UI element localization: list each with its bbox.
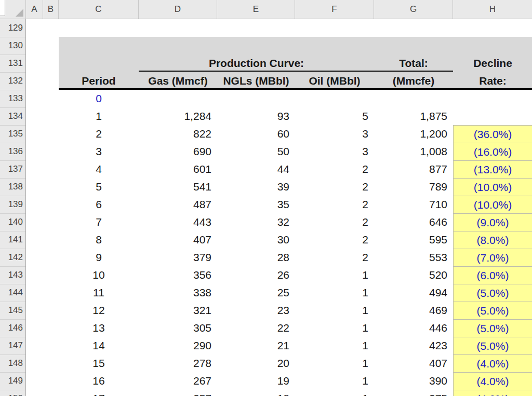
cell-decline-142[interactable]: (7.0%): [453, 249, 532, 266]
cell-total-143[interactable]: 520: [374, 266, 453, 284]
row-header-130[interactable]: 130: [0, 37, 25, 55]
cell-oil-149[interactable]: 1: [295, 372, 374, 390]
row-header-132[interactable]: 132: [0, 72, 25, 90]
cell-oil-137[interactable]: 2: [295, 160, 374, 178]
cell-ngls-135[interactable]: 60: [217, 125, 295, 143]
cell-period-143[interactable]: 10: [59, 266, 139, 284]
cell-decline-135[interactable]: (36.0%): [453, 125, 532, 143]
cell-gas-140[interactable]: 443: [139, 213, 217, 231]
cell-oil-144[interactable]: 1: [295, 284, 374, 302]
cell-decline-136[interactable]: (16.0%): [453, 143, 532, 160]
column-header-A[interactable]: A: [26, 0, 43, 19]
cell-decline-141[interactable]: (8.0%): [453, 231, 532, 249]
cell-period-150[interactable]: 17: [59, 390, 139, 396]
row-header-145[interactable]: 145: [0, 302, 25, 320]
header-period[interactable]: Period: [59, 72, 139, 90]
cell-period-135[interactable]: 2: [59, 125, 139, 143]
cell-period-137[interactable]: 4: [59, 160, 139, 178]
row-header-142[interactable]: 142: [0, 249, 25, 267]
header-rate[interactable]: Rate:: [453, 72, 532, 90]
row-header-136[interactable]: 136: [0, 143, 25, 161]
cell-total-134[interactable]: 1,875: [374, 107, 453, 125]
cell-ngls-138[interactable]: 39: [217, 178, 295, 196]
cell-decline-146[interactable]: (5.0%): [453, 319, 532, 337]
cell-oil-139[interactable]: 2: [295, 196, 374, 213]
cell-period-133[interactable]: 0: [59, 90, 139, 107]
row-header-144[interactable]: 144: [0, 284, 25, 302]
row-header-139[interactable]: 139: [0, 196, 25, 214]
row-header-148[interactable]: 148: [0, 354, 25, 373]
cell-total-148[interactable]: 407: [374, 354, 453, 372]
cell-total-138[interactable]: 789: [374, 178, 453, 196]
cell-period-148[interactable]: 15: [59, 354, 139, 372]
cell-gas-137[interactable]: 601: [139, 160, 217, 178]
cell-decline-139[interactable]: (10.0%): [453, 196, 532, 213]
column-header-E[interactable]: E: [217, 0, 295, 19]
cell-ngls-136[interactable]: 50: [217, 143, 295, 160]
cell-ngls-146[interactable]: 22: [217, 319, 295, 337]
cell-ngls-139[interactable]: 35: [217, 196, 295, 213]
cell-total-139[interactable]: 710: [374, 196, 453, 213]
cell-gas-144[interactable]: 338: [139, 284, 217, 302]
cell-gas-141[interactable]: 407: [139, 231, 217, 249]
cell-gas-147[interactable]: 290: [139, 337, 217, 354]
cell-decline-144[interactable]: (5.0%): [453, 284, 532, 302]
cell-total-136[interactable]: 1,008: [374, 143, 453, 160]
cell-decline-138[interactable]: (10.0%): [453, 178, 532, 196]
cell-total-141[interactable]: 595: [374, 231, 453, 249]
header-total-units[interactable]: (Mmcfe): [374, 72, 453, 90]
cell-gas-134[interactable]: 1,284: [139, 107, 217, 125]
column-header-C[interactable]: C: [59, 0, 139, 19]
header-total[interactable]: Total:: [374, 54, 453, 72]
cell-period-134[interactable]: 1: [59, 107, 139, 125]
row-header-131[interactable]: 131: [0, 54, 25, 73]
cell-total-142[interactable]: 553: [374, 249, 453, 266]
cell-gas-150[interactable]: 257: [139, 390, 217, 396]
cell-gas-146[interactable]: 305: [139, 319, 217, 337]
cell-total-146[interactable]: 446: [374, 319, 453, 337]
column-header-B[interactable]: B: [43, 0, 59, 19]
cell-oil-143[interactable]: 1: [295, 266, 374, 284]
cell-oil-146[interactable]: 1: [295, 319, 374, 337]
cell-gas-135[interactable]: 822: [139, 125, 217, 143]
select-all-corner[interactable]: [5, 0, 26, 19]
row-header-138[interactable]: 138: [0, 178, 25, 196]
row-header-135[interactable]: 135: [0, 125, 25, 143]
cell-ngls-148[interactable]: 20: [217, 354, 295, 372]
cell-period-141[interactable]: 8: [59, 231, 139, 249]
cell-ngls-144[interactable]: 25: [217, 284, 295, 302]
cell-total-135[interactable]: 1,200: [374, 125, 453, 143]
row-header-146[interactable]: 146: [0, 319, 25, 337]
column-header-F[interactable]: F: [295, 0, 374, 19]
column-header-H[interactable]: H: [453, 0, 532, 19]
cell-ngls-141[interactable]: 30: [217, 231, 295, 249]
cell-oil-142[interactable]: 2: [295, 249, 374, 266]
cell-total-149[interactable]: 390: [374, 372, 453, 390]
cell-ngls-143[interactable]: 26: [217, 266, 295, 284]
row-header-150[interactable]: 150: [0, 390, 25, 396]
cell-period-146[interactable]: 13: [59, 319, 139, 337]
cell-period-149[interactable]: 16: [59, 372, 139, 390]
cell-gas-138[interactable]: 541: [139, 178, 217, 196]
row-header-143[interactable]: 143: [0, 266, 25, 284]
cell-gas-145[interactable]: 321: [139, 302, 217, 319]
column-header-G[interactable]: G: [374, 0, 453, 19]
row-header-129[interactable]: 129: [0, 19, 25, 37]
cell-decline-149[interactable]: (4.0%): [453, 372, 532, 390]
cell-oil-150[interactable]: 1: [295, 390, 374, 396]
cell-period-140[interactable]: 7: [59, 213, 139, 231]
cell-decline-148[interactable]: (4.0%): [453, 354, 532, 372]
cell-decline-140[interactable]: (9.0%): [453, 213, 532, 231]
cell-decline-137[interactable]: (13.0%): [453, 160, 532, 178]
cell-period-144[interactable]: 11: [59, 284, 139, 302]
cell-ngls-142[interactable]: 28: [217, 249, 295, 266]
row-header-149[interactable]: 149: [0, 372, 25, 390]
cell-oil-135[interactable]: 3: [295, 125, 374, 143]
cell-ngls-134[interactable]: 93: [217, 107, 295, 125]
row-header-140[interactable]: 140: [0, 213, 25, 231]
cell-period-136[interactable]: 3: [59, 143, 139, 160]
cell-oil-148[interactable]: 1: [295, 354, 374, 372]
cell-oil-141[interactable]: 2: [295, 231, 374, 249]
cell-decline-150[interactable]: (4.0%): [453, 390, 532, 396]
cell-ngls-147[interactable]: 21: [217, 337, 295, 354]
